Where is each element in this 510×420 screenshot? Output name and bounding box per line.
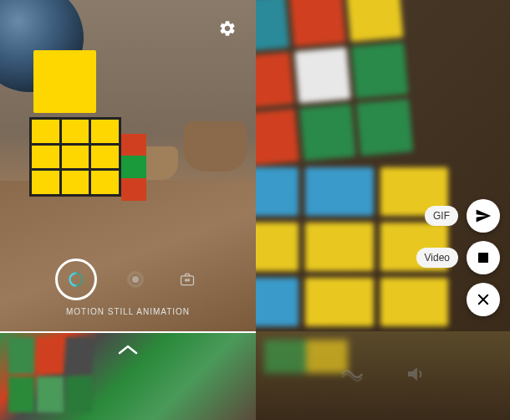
mode-label: MOTION STILL ANIMATION [66,307,190,316]
svg-rect-5 [477,259,479,261]
gear-icon [218,19,237,38]
wave-icon [340,366,364,382]
audio-button[interactable] [405,364,426,387]
svg-rect-3 [477,254,479,255]
fast-forward-swirl-icon [125,269,145,289]
svg-rect-8 [488,259,490,261]
preview-panel: GIF Video [256,0,510,331]
svg-rect-6 [488,254,490,255]
camera-viewfinder: MOTION STILL ANIMATION [0,0,256,331]
flip-camera-button[interactable] [174,266,201,293]
camera-flip-icon [179,271,196,288]
chevron-up-icon [116,343,140,356]
export-video-button[interactable] [467,241,500,274]
svg-rect-2 [478,253,488,263]
gif-export-label: GIF [425,206,458,226]
close-button[interactable] [467,283,500,316]
svg-point-0 [132,276,139,283]
svg-rect-7 [488,257,490,259]
film-icon [476,250,491,265]
stabilize-button[interactable] [340,366,364,386]
close-icon [476,292,491,307]
video-export-label: Video [416,248,458,268]
switch-mode-button[interactable] [122,266,149,293]
svg-rect-4 [477,257,479,259]
preview-bottom-bar [256,331,510,420]
motion-swirl-icon [68,271,84,288]
shutter-button[interactable] [55,259,97,300]
send-icon [475,207,492,224]
speaker-icon [405,364,426,384]
send-gif-button[interactable] [467,199,500,233]
settings-button[interactable] [216,17,239,40]
gallery-thumbnail[interactable] [0,331,256,420]
expand-gallery-button[interactable] [116,343,140,360]
